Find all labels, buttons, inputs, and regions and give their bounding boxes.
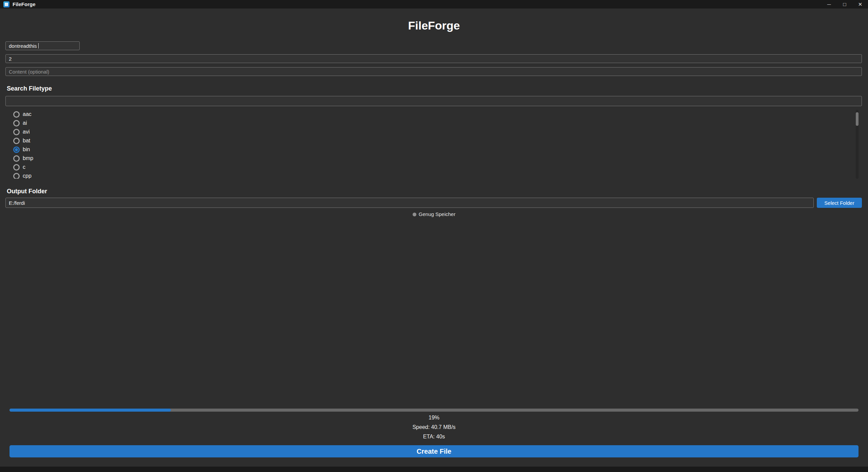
- radio-icon[interactable]: [13, 155, 20, 162]
- progress-bar: [9, 409, 859, 412]
- filetype-option-avi[interactable]: avi: [13, 127, 862, 136]
- search-filetype-label: Search Filetype: [7, 85, 868, 92]
- filetype-list: aac ai avi bat bin bmp c cpp: [5, 110, 862, 179]
- create-file-button[interactable]: Create File: [9, 445, 859, 457]
- main-content: FileForge Search Filetype aac ai avi bat: [0, 8, 868, 467]
- filetype-option-c[interactable]: c: [13, 163, 862, 172]
- list-scrollbar[interactable]: [856, 110, 859, 179]
- speed-text: Speed: 40.7 MB/s: [0, 424, 868, 430]
- filename-field-wrap: [0, 41, 868, 50]
- title-bar: FileForge ─ □ ✕: [0, 0, 868, 8]
- filename-input[interactable]: [5, 41, 80, 50]
- radio-icon[interactable]: [13, 129, 20, 135]
- filetype-option-bmp[interactable]: bmp: [13, 154, 862, 163]
- storage-status-text: Genug Speicher: [419, 211, 455, 217]
- maximize-button[interactable]: □: [837, 0, 852, 8]
- filetype-label: avi: [23, 129, 29, 135]
- filetype-option-ai[interactable]: ai: [13, 119, 862, 127]
- radio-icon[interactable]: [13, 111, 20, 118]
- radio-icon[interactable]: [13, 164, 20, 171]
- filetype-label: bin: [23, 146, 30, 153]
- app-icon: [3, 1, 9, 7]
- minimize-button[interactable]: ─: [821, 0, 837, 8]
- radio-icon[interactable]: [13, 146, 20, 153]
- output-path-input[interactable]: [5, 198, 814, 208]
- progress-fill: [9, 409, 171, 412]
- storage-status: Genug Speicher: [0, 211, 868, 217]
- filetype-label: cpp: [23, 173, 32, 179]
- window-title: FileForge: [13, 1, 36, 7]
- size-input[interactable]: [5, 54, 862, 63]
- select-folder-button[interactable]: Select Folder: [817, 198, 862, 208]
- filetype-label: bat: [23, 138, 30, 144]
- close-button[interactable]: ✕: [852, 0, 868, 8]
- eta-text: ETA: 40s: [0, 434, 868, 440]
- filetype-option-cpp[interactable]: cpp: [13, 172, 862, 179]
- window-bottom-edge: [0, 467, 868, 472]
- empty-space: [0, 217, 868, 409]
- radio-icon[interactable]: [13, 138, 20, 144]
- page-title: FileForge: [0, 19, 868, 32]
- filetype-label: aac: [23, 111, 32, 117]
- content-input[interactable]: [5, 67, 862, 76]
- progress-percent: 19%: [0, 415, 868, 421]
- text-caret: [38, 43, 39, 48]
- filetype-label: bmp: [23, 155, 33, 161]
- filetype-label: ai: [23, 120, 27, 126]
- radio-icon[interactable]: [13, 173, 20, 179]
- status-dot-icon: [413, 213, 416, 216]
- scrollbar-thumb[interactable]: [856, 112, 859, 126]
- filetype-option-bat[interactable]: bat: [13, 136, 862, 145]
- search-input[interactable]: [5, 96, 862, 106]
- output-folder-row: Select Folder: [5, 198, 862, 208]
- filetype-option-bin[interactable]: bin: [13, 145, 862, 154]
- filetype-label: c: [23, 164, 25, 170]
- radio-icon[interactable]: [13, 120, 20, 126]
- output-folder-label: Output Folder: [7, 188, 868, 195]
- filetype-option-aac[interactable]: aac: [13, 110, 862, 119]
- window-controls: ─ □ ✕: [821, 0, 868, 8]
